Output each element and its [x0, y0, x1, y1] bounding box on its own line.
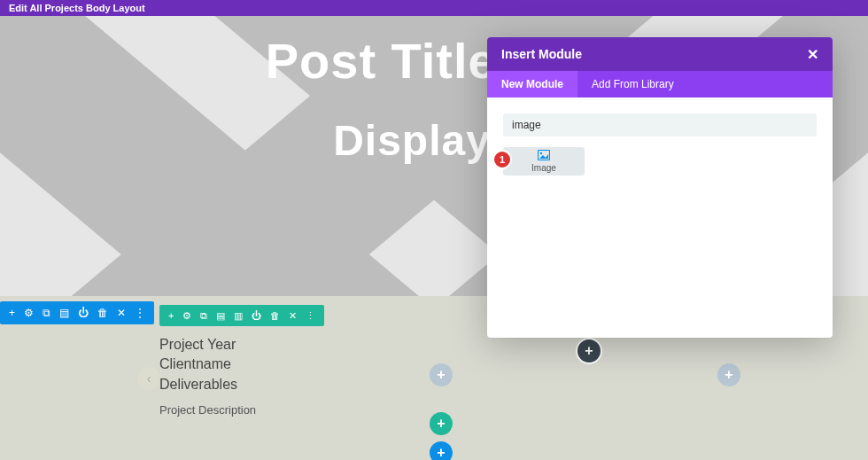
duplicate-icon[interactable]: ⧉ [200, 311, 207, 321]
tab-add-from-library[interactable]: Add From Library [577, 71, 688, 97]
plus-icon: + [585, 343, 593, 359]
more-icon[interactable]: ⋮ [135, 308, 145, 318]
add-section-button[interactable]: + [430, 441, 453, 460]
annotation-badge: 1 [492, 150, 512, 169]
image-icon [538, 150, 550, 163]
insert-module-modal: Insert Module ✕ New Module Add From Libr… [487, 37, 833, 338]
module-search-input[interactable] [503, 113, 817, 136]
save-library-icon[interactable]: ▤ [59, 308, 69, 318]
chevron-left-icon: ‹ [147, 371, 151, 386]
project-description: Project Description [159, 403, 256, 417]
close-icon[interactable]: ✕ [289, 311, 297, 321]
top-bar: Edit All Projects Body Layout [0, 0, 868, 16]
project-text-module: Project Year Clientname Deliverables Pro… [159, 335, 256, 417]
project-line: Clientname [159, 355, 256, 374]
add-row-button[interactable]: + [430, 412, 453, 435]
add-module-dark-button[interactable]: + [576, 338, 602, 364]
plus-icon: + [437, 367, 445, 383]
project-line: Deliverables [159, 375, 256, 394]
add-module-button[interactable]: + [430, 363, 453, 386]
add-icon[interactable]: + [168, 311, 174, 321]
close-icon[interactable]: ✕ [117, 308, 126, 318]
module-result-image[interactable]: 1 Image [503, 147, 585, 175]
more-icon[interactable]: ⋮ [306, 311, 315, 321]
column-divider-handle[interactable]: ‹ [137, 367, 160, 390]
close-icon[interactable]: ✕ [807, 46, 818, 63]
save-library-icon[interactable]: ▤ [216, 311, 225, 321]
power-icon[interactable]: ⏻ [78, 308, 89, 318]
add-module-button[interactable]: + [717, 363, 740, 386]
modal-tabs: New Module Add From Library [487, 71, 833, 97]
add-icon[interactable]: + [9, 308, 15, 318]
settings-icon[interactable]: ⚙ [182, 311, 191, 321]
top-bar-title: Edit All Projects Body Layout [9, 3, 145, 13]
columns-icon[interactable]: ▥ [234, 311, 243, 321]
plus-icon: + [725, 367, 732, 383]
delete-icon[interactable]: 🗑 [97, 308, 108, 318]
tab-new-module[interactable]: New Module [487, 71, 577, 97]
duplicate-icon[interactable]: ⧉ [43, 308, 50, 318]
plus-icon: + [437, 416, 445, 432]
svg-point-1 [540, 152, 542, 154]
settings-icon[interactable]: ⚙ [24, 308, 34, 318]
modal-header: Insert Module ✕ [487, 37, 833, 71]
module-result-label: Image [531, 163, 556, 173]
modal-title: Insert Module [501, 47, 582, 61]
plus-icon: + [437, 445, 445, 460]
power-icon[interactable]: ⏻ [252, 311, 261, 321]
section-toolbar: + ⚙ ⧉ ▤ ⏻ 🗑 ✕ ⋮ [0, 301, 154, 324]
project-line: Project Year [159, 335, 256, 355]
delete-icon[interactable]: 🗑 [270, 311, 280, 321]
row-toolbar: + ⚙ ⧉ ▤ ▥ ⏻ 🗑 ✕ ⋮ [159, 305, 324, 326]
